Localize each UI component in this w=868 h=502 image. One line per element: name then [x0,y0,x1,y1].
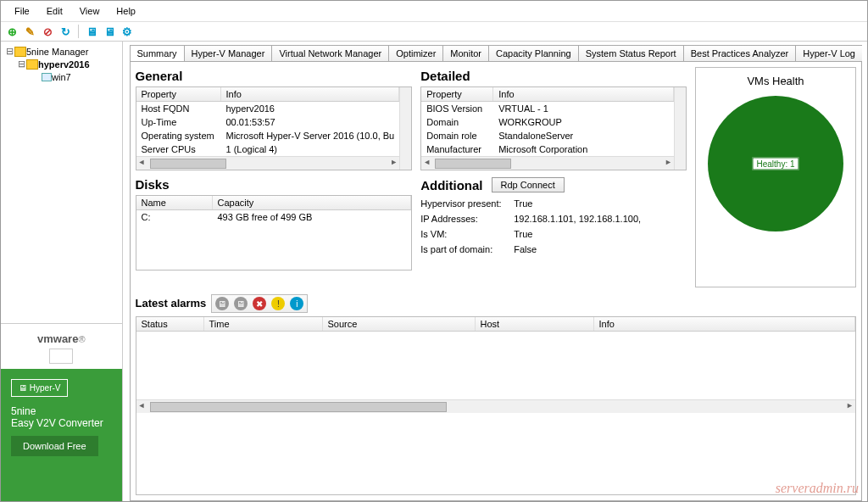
table-row[interactable]: DomainWORKGROUP [421,115,674,129]
v-scrollbar[interactable] [399,87,411,170]
health-title: VMs Health [703,75,849,87]
detailed-grid: Property Info BIOS VersionVRTUAL - 1Doma… [420,86,687,170]
tree-host[interactable]: ⊟ hyperv2016 [4,58,119,70]
promo-line2: Easy V2V Converter [11,417,112,429]
general-grid: Property Info Host FQDNhyperv2016Up-Time… [136,86,413,170]
table-row[interactable]: C:493 GB free of 499 GB [136,210,412,224]
col-property[interactable]: Property [136,87,221,101]
sidebar: ⊟ 5nine Manager ⊟ hyperv2016 ⊟ win7 vmwa… [1,42,123,501]
manager-icon [14,47,26,57]
add-icon[interactable]: ⊕ [4,24,19,39]
additional-row: Is VM:True [420,226,687,242]
tab-hyperv-manager[interactable]: Hyper-V Manager [184,45,273,61]
delete-icon[interactable]: ⊘ [40,24,55,39]
table-row[interactable]: Domain roleStandaloneServer [421,129,674,142]
tab-capacity[interactable]: Capacity Planning [488,45,579,61]
h-scrollbar[interactable] [136,399,856,413]
disks-title: Disks [136,177,413,192]
toolbar: ⊕ ✎ ⊘ ↻ 🖥 🖥 ⚙ [1,22,867,42]
laptop-icon [49,349,73,364]
table-row[interactable]: Server CPUs1 (Logical 4) [136,142,400,156]
edit-icon[interactable]: ✎ [22,24,37,39]
additional-title: Additional [420,178,482,192]
table-row[interactable]: BIOS VersionVRTUAL - 1 [421,102,674,115]
h-scrollbar[interactable] [136,156,400,170]
col-time[interactable]: Time [204,317,323,331]
tree-host-label: hyperv2016 [38,59,90,70]
additional-row: IP Addresses:192.168.1.101, 192.168.1.10… [420,211,687,226]
promo-line1: 5nine [11,405,112,417]
table-row[interactable]: Host FQDNhyperv2016 [136,102,400,115]
additional-row: Hypervisor present:True [420,196,687,211]
tab-optimizer[interactable]: Optimizer [388,45,443,61]
host-icon[interactable]: 🖥 [84,24,99,39]
vm-icon[interactable]: 🖥 [102,24,117,39]
col-capacity[interactable]: Capacity [213,196,412,209]
filter-all-icon[interactable]: 🖥 [215,297,229,310]
vm-icon [42,73,52,81]
content-area: Summary Hyper-V Manager Virtual Network … [123,42,868,501]
general-title: General [136,69,413,83]
tab-virtual-network[interactable]: Virtual Network Manager [271,45,389,61]
menu-help[interactable]: Help [108,3,144,20]
health-pie-chart: Healthy: 1 [708,96,843,231]
alarms-grid: Status Time Source Host Info [136,316,857,495]
table-row[interactable]: Operating systemMicrosoft Hyper-V Server… [136,129,400,142]
tree-root-label: 5nine Manager [26,47,88,57]
disks-grid: Name Capacity C:493 GB free of 499 GB [136,195,413,271]
refresh-icon[interactable]: ↻ [58,24,73,39]
server-icon [26,59,38,70]
additional-row: Is part of domain:False [420,242,687,257]
table-row[interactable]: ManufacturerMicrosoft Corporation [421,142,674,156]
tree-view: ⊟ 5nine Manager ⊟ hyperv2016 ⊟ win7 [1,42,122,323]
menu-edit[interactable]: Edit [38,3,71,20]
col-info[interactable]: Info [493,87,674,101]
tab-summary[interactable]: Summary [130,45,185,61]
alarm-filter-bar: 🖥 🖥 ✖ ! i [211,294,308,313]
alarms-body [136,332,856,399]
col-source[interactable]: Source [323,317,476,331]
menu-bar: File Edit View Help [1,1,867,22]
filter-warning-icon[interactable]: ! [271,297,285,310]
col-name[interactable]: Name [136,196,213,209]
vms-health-panel: VMs Health Healthy: 1 [695,67,856,287]
hyperv-logo: 🖥 Hyper-V [11,379,68,397]
download-button[interactable]: Download Free [11,436,98,456]
tab-bar: Summary Hyper-V Manager Virtual Network … [130,45,863,61]
settings-icon[interactable]: ⚙ [120,24,135,39]
expand-icon[interactable]: ⊟ [16,59,26,70]
vmware-logo: vmware [37,332,78,345]
filter-info-icon[interactable]: i [290,297,303,310]
menu-file[interactable]: File [6,3,38,20]
expand-icon[interactable]: ⊟ [4,46,14,57]
tab-status-report[interactable]: System Status Report [578,45,684,61]
col-info[interactable]: Info [594,317,856,331]
col-host[interactable]: Host [476,317,594,331]
promo-panel: vmware® 🖥 Hyper-V 5nine Easy V2V Convert… [1,323,122,501]
h-scrollbar[interactable] [421,156,674,170]
filter-error-icon[interactable]: ✖ [253,297,266,310]
rdp-connect-button[interactable]: Rdp Connect [492,177,565,192]
health-label: Healthy: 1 [752,158,798,170]
filter-host-icon[interactable]: 🖥 [234,297,248,310]
v-scrollbar[interactable] [674,87,686,170]
col-status[interactable]: Status [136,317,204,331]
tree-vm-label: win7 [52,72,71,82]
menu-view[interactable]: View [71,3,108,20]
tree-vm[interactable]: ⊟ win7 [4,70,119,83]
tab-hyperv-logs[interactable]: Hyper-V Log [795,45,862,61]
tab-monitor[interactable]: Monitor [442,45,489,61]
table-row[interactable]: Up-Time00.01:53:57 [136,115,400,129]
tree-root[interactable]: ⊟ 5nine Manager [4,45,119,58]
col-property[interactable]: Property [421,87,493,101]
detailed-title: Detailed [420,69,687,83]
tab-best-practices[interactable]: Best Practices Analyzer [683,45,797,61]
alarms-title: Latest alarms [136,297,207,310]
col-info[interactable]: Info [221,87,400,101]
